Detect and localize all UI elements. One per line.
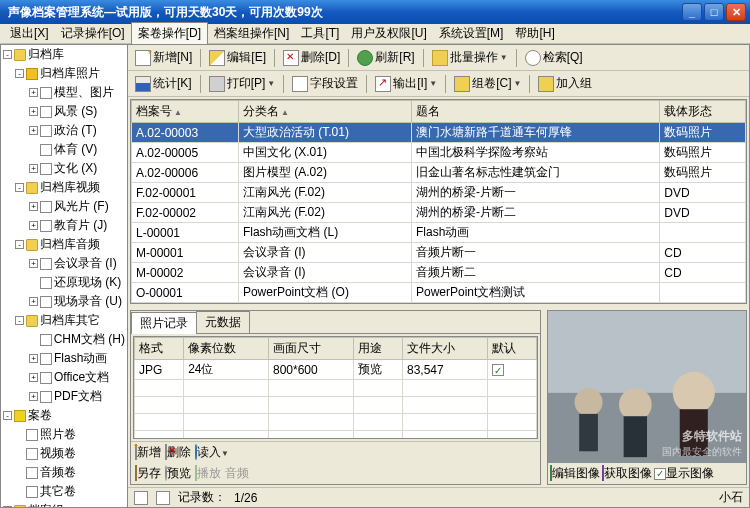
tree-node[interactable]: -归档库视频 — [1, 178, 127, 197]
tree-expander[interactable]: - — [15, 183, 24, 192]
tree-expander[interactable]: + — [29, 373, 38, 382]
delete-button[interactable]: 删除[D] — [280, 48, 343, 67]
detail-preview-button[interactable]: 预览 — [165, 465, 191, 482]
tree-node[interactable]: +政治 (T) — [1, 121, 127, 140]
column-header[interactable]: 分类名▲ — [238, 101, 411, 123]
tree-node[interactable]: +风景 (S) — [1, 102, 127, 121]
search-button[interactable]: 检索[Q] — [522, 48, 586, 67]
table-row[interactable] — [135, 397, 537, 414]
tree-expander[interactable]: + — [29, 221, 38, 230]
tree-expander[interactable]: + — [29, 107, 38, 116]
tree-node[interactable]: -归档库照片 — [1, 64, 127, 83]
tree-expander[interactable]: + — [29, 392, 38, 401]
tree-node[interactable]: +模型、图片 — [1, 83, 127, 102]
menu-tools[interactable]: 工具[T] — [295, 23, 345, 44]
table-row[interactable]: M-00002会议录音 (I)音频片断二CD — [132, 263, 746, 283]
menu-group[interactable]: 档案组操作[N] — [208, 23, 295, 44]
tree-expander[interactable]: - — [15, 316, 24, 325]
detail-saveas-button[interactable]: 另存 — [135, 465, 161, 482]
detail-audio-button[interactable]: 音频 — [225, 465, 249, 482]
print-button[interactable]: 打印[P]▼ — [206, 74, 279, 93]
column-header[interactable]: 画面尺寸 — [268, 338, 353, 360]
tree-node[interactable]: +风光片 (F) — [1, 197, 127, 216]
tree-expander[interactable]: + — [29, 88, 38, 97]
menu-exit[interactable]: 退出[X] — [4, 23, 55, 44]
tree-node[interactable]: +Office文档 — [1, 368, 127, 387]
column-header[interactable]: 文件大小 — [402, 338, 487, 360]
tree-expander[interactable]: - — [3, 411, 12, 420]
menu-system[interactable]: 系统设置[M] — [433, 23, 510, 44]
group-button[interactable]: 组卷[C]▼ — [451, 74, 524, 93]
tree-node[interactable]: CHM文档 (H) — [1, 330, 127, 349]
table-row[interactable]: O-00001PowerPoint文档 (O)PowerPoint文档测试 — [132, 283, 746, 303]
tree-node[interactable]: +PDF文档 — [1, 387, 127, 406]
main-grid[interactable]: 档案号▲分类名▲题名载体形态A.02-00003大型政治活动 (T.01)澳门水… — [130, 99, 747, 304]
status-icon-1[interactable] — [134, 491, 148, 505]
tree-node[interactable]: -归档库其它 — [1, 311, 127, 330]
column-header[interactable]: 题名 — [411, 101, 659, 123]
get-image-button[interactable]: 获取图像 — [602, 465, 652, 482]
table-row[interactable]: A.02-00006图片模型 (A.02)旧金山著名标志性建筑金门数码照片 — [132, 163, 746, 183]
tree-expander[interactable]: + — [29, 354, 38, 363]
tree-node[interactable]: +文化 (X) — [1, 159, 127, 178]
tree-node[interactable]: -案卷 — [1, 406, 127, 425]
edit-button[interactable]: 编辑[E] — [206, 48, 269, 67]
tree-node[interactable]: 体育 (V) — [1, 140, 127, 159]
menu-help[interactable]: 帮助[H] — [509, 23, 560, 44]
tree-expander[interactable]: + — [29, 297, 38, 306]
tree-view[interactable]: -归档库-归档库照片+模型、图片+风景 (S)+政治 (T)体育 (V)+文化 … — [0, 44, 128, 508]
table-row[interactable] — [135, 380, 537, 397]
minimize-button[interactable]: _ — [682, 3, 702, 21]
menu-log[interactable]: 记录操作[O] — [55, 23, 131, 44]
tree-expander[interactable]: - — [15, 69, 24, 78]
tab-metadata[interactable]: 元数据 — [196, 311, 250, 333]
tree-node[interactable]: 还原现场 (K) — [1, 273, 127, 292]
column-header[interactable]: 档案号▲ — [132, 101, 239, 123]
close-button[interactable]: ✕ — [726, 3, 746, 21]
table-row[interactable]: L-00001Flash动画文档 (L)Flash动画 — [132, 223, 746, 243]
image-preview[interactable]: 多特软件站 国内最安全的软件 — [548, 311, 746, 463]
stat-button[interactable]: 统计[K] — [132, 74, 195, 93]
checkbox-icon[interactable]: ✓ — [492, 364, 504, 376]
menu-user[interactable]: 用户及权限[U] — [345, 23, 432, 44]
tree-node[interactable]: 音频卷 — [1, 463, 127, 482]
tree-expander[interactable]: + — [29, 126, 38, 135]
maximize-button[interactable]: □ — [704, 3, 724, 21]
tree-node[interactable]: +教育片 (J) — [1, 216, 127, 235]
new-button[interactable]: 新增[N] — [132, 48, 195, 67]
detail-new-button[interactable]: 新增 — [135, 444, 161, 461]
detail-read-button[interactable]: 读入▼ — [195, 444, 229, 461]
tree-node[interactable]: +会议录音 (I) — [1, 254, 127, 273]
refresh-button[interactable]: 刷新[R] — [354, 48, 417, 67]
tree-expander[interactable]: + — [29, 164, 38, 173]
tree-expander[interactable]: - — [15, 240, 24, 249]
column-header[interactable]: 像素位数 — [184, 338, 269, 360]
table-row[interactable]: F.02-00001江南风光 (F.02)湖州的桥梁-片断一DVD — [132, 183, 746, 203]
detail-play-button[interactable]: 播放 — [195, 465, 221, 482]
edit-image-button[interactable]: 编辑图像 — [550, 465, 600, 482]
table-row[interactable]: JPG24位800*600预览83,547✓ — [135, 360, 537, 380]
tree-node[interactable]: +Flash动画 — [1, 349, 127, 368]
tree-node[interactable]: -档案组 — [1, 501, 127, 508]
tree-node[interactable]: 其它卷 — [1, 482, 127, 501]
export-button[interactable]: 输出[I]▼ — [372, 74, 440, 93]
table-row[interactable]: A.02-00003大型政治活动 (T.01)澳门水塘新路千道通车何厚锋数码照片 — [132, 123, 746, 143]
column-header[interactable]: 载体形态 — [660, 101, 746, 123]
table-row[interactable]: M-00001会议录音 (I)音频片断一CD — [132, 243, 746, 263]
menu-volume[interactable]: 案卷操作[D] — [131, 22, 208, 45]
tree-expander[interactable]: - — [3, 50, 12, 59]
tree-node[interactable]: -归档库 — [1, 45, 127, 64]
table-row[interactable]: A.02-00005中国文化 (X.01)中国北极科学探险考察站数码照片 — [132, 143, 746, 163]
tree-node[interactable]: +现场录音 (U) — [1, 292, 127, 311]
tree-node[interactable]: -归档库音频 — [1, 235, 127, 254]
batch-button[interactable]: 批量操作▼ — [429, 48, 511, 67]
column-header[interactable]: 格式 — [135, 338, 184, 360]
tree-expander[interactable]: + — [29, 259, 38, 268]
status-icon-2[interactable] — [156, 491, 170, 505]
column-header[interactable]: 默认 — [487, 338, 536, 360]
table-row[interactable]: F.02-00002江南风光 (F.02)湖州的桥梁-片断二DVD — [132, 203, 746, 223]
tab-photo-record[interactable]: 照片记录 — [131, 312, 197, 334]
show-image-toggle[interactable]: ✓显示图像 — [654, 465, 714, 482]
tree-node[interactable]: 照片卷 — [1, 425, 127, 444]
detail-del-button[interactable]: 删除 — [165, 444, 191, 461]
